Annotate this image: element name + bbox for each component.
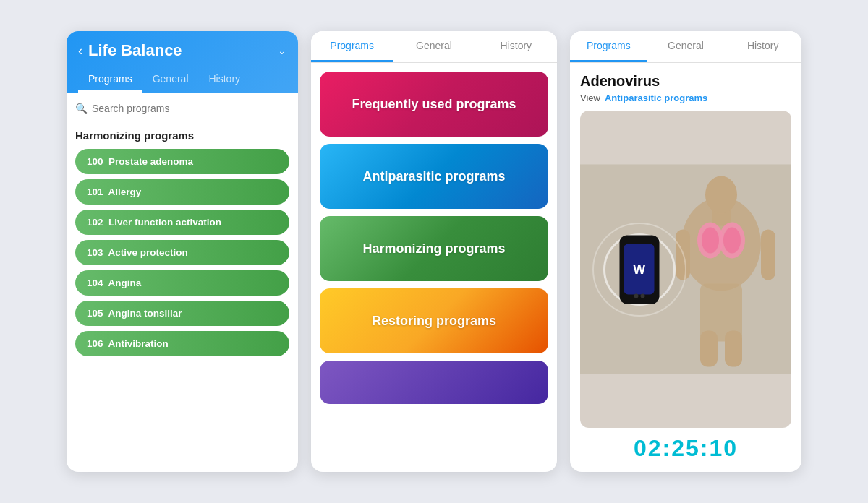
list-item[interactable]: 102 Liver function activation bbox=[75, 210, 289, 235]
card-label: Frequently used programs bbox=[352, 97, 516, 112]
back-button[interactable]: ‹ bbox=[78, 44, 82, 57]
panel-center: Programs General History Frequently used… bbox=[311, 31, 557, 472]
section-title: Harmonizing programs bbox=[75, 129, 289, 142]
card-more[interactable] bbox=[320, 361, 548, 404]
tab-programs-p2[interactable]: Programs bbox=[311, 31, 393, 62]
panel1-tab-bar: Programs General History bbox=[78, 67, 286, 93]
card-restoring[interactable]: Restoring programs bbox=[320, 288, 548, 353]
svg-point-6 bbox=[702, 228, 719, 254]
tab-general-p1[interactable]: General bbox=[142, 67, 199, 93]
list-item[interactable]: 100 Prostate adenoma bbox=[75, 149, 289, 174]
svg-rect-12 bbox=[725, 331, 742, 367]
panel3-tab-bar: Programs General History bbox=[570, 31, 801, 62]
timer-display: 02:25:10 bbox=[580, 428, 791, 462]
phone-dots bbox=[634, 293, 644, 298]
search-row: 🔍 bbox=[75, 103, 289, 119]
list-item[interactable]: 105 Angina tonsillar bbox=[75, 301, 289, 326]
search-icon: 🔍 bbox=[75, 103, 88, 114]
tab-history-p2[interactable]: History bbox=[475, 31, 557, 62]
card-label: Restoring programs bbox=[372, 314, 496, 329]
tab-general-p2[interactable]: General bbox=[393, 31, 475, 62]
title-row: ‹ Life Balance ⌄ bbox=[78, 41, 286, 60]
panel1-body: 🔍 Harmonizing programs 100 Prostate aden… bbox=[67, 93, 298, 472]
panel3-header: Programs General History bbox=[570, 31, 801, 63]
view-label: View bbox=[580, 93, 600, 103]
phone-logo: W bbox=[633, 262, 645, 277]
tab-general-p3[interactable]: General bbox=[647, 31, 725, 62]
panel2-header: Programs General History bbox=[311, 31, 557, 63]
panel1-header: ‹ Life Balance ⌄ Programs General Histor… bbox=[67, 31, 298, 93]
card-antiparasitic[interactable]: Antiparasitic programs bbox=[320, 144, 548, 209]
body-image-container: W bbox=[580, 111, 791, 428]
phone-screen: W bbox=[624, 244, 655, 295]
chevron-down-icon[interactable]: ⌄ bbox=[278, 45, 286, 56]
view-row: View Antiparasitic programs bbox=[580, 93, 791, 103]
list-item[interactable]: 103 Active protection bbox=[75, 240, 289, 265]
phone-device: W bbox=[619, 235, 659, 304]
svg-point-7 bbox=[723, 228, 741, 254]
tab-programs-p1[interactable]: Programs bbox=[78, 67, 142, 93]
list-item[interactable]: 101 Allergy bbox=[75, 179, 289, 205]
tab-history-p1[interactable]: History bbox=[199, 67, 251, 93]
tab-programs-p3[interactable]: Programs bbox=[570, 31, 647, 62]
card-label: Antiparasitic programs bbox=[362, 169, 505, 184]
list-item[interactable]: 106 Antivibration bbox=[75, 331, 289, 356]
svg-rect-11 bbox=[700, 331, 718, 367]
card-frequently-used[interactable]: Frequently used programs bbox=[320, 72, 548, 137]
panel2-body: Frequently used programs Antiparasitic p… bbox=[311, 63, 557, 472]
search-input[interactable] bbox=[92, 103, 289, 114]
svg-point-3 bbox=[705, 176, 737, 214]
tab-history-p3[interactable]: History bbox=[724, 31, 801, 62]
panel-right: Programs General History Adenovirus View… bbox=[570, 31, 801, 472]
svg-rect-9 bbox=[761, 230, 775, 280]
panel3-body: Adenovirus View Antiparasitic programs bbox=[570, 63, 801, 472]
program-title: Adenovirus bbox=[580, 73, 791, 90]
card-label: Harmonizing programs bbox=[362, 241, 505, 257]
app-title: Life Balance bbox=[88, 41, 272, 60]
panel2-tab-bar: Programs General History bbox=[311, 31, 557, 63]
program-list: 100 Prostate adenoma 101 Allergy 102 Liv… bbox=[75, 149, 289, 356]
list-item[interactable]: 104 Angina bbox=[75, 270, 289, 296]
panel-left: ‹ Life Balance ⌄ Programs General Histor… bbox=[67, 31, 298, 472]
view-link[interactable]: Antiparasitic programs bbox=[605, 93, 707, 103]
card-harmonizing[interactable]: Harmonizing programs bbox=[320, 216, 548, 281]
